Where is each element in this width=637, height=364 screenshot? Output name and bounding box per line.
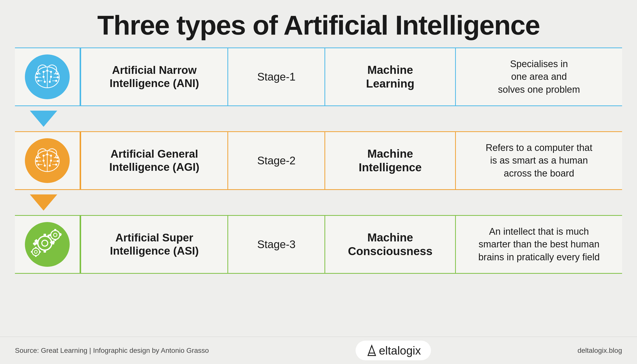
name-cell-agi: Artificial General Intelligence (AGI): [80, 132, 228, 189]
row-ani: Artificial Narrow Intelligence (ANI) Sta…: [15, 48, 622, 106]
stage-cell-agi: Stage-2: [228, 132, 325, 189]
desc-cell-ani: Specialises in one area and solves one p…: [456, 48, 622, 106]
ai-name-asi: Artificial Super Intelligence (ASI): [110, 231, 199, 258]
svg-point-40: [55, 164, 57, 166]
footer-source: Source: Great Learning | Infographic des…: [15, 346, 209, 354]
svg-rect-67: [54, 239, 56, 241]
name-cell-ani: Artificial Narrow Intelligence (ANI): [80, 48, 228, 106]
brain-circuit-icon: [30, 60, 65, 94]
arrow-down-agi: [30, 194, 57, 210]
icon-circle-ani: [25, 54, 70, 99]
svg-point-32: [36, 160, 38, 162]
page-wrapper: Three types of Artificial Intelligence: [0, 0, 637, 364]
icon-circle-agi: [25, 138, 70, 183]
content-area: Artificial Narrow Intelligence (ANI) Sta…: [0, 48, 637, 337]
svg-point-64: [51, 230, 60, 240]
stage-cell-ani: Stage-1: [228, 48, 325, 106]
gears-icon: [30, 227, 65, 262]
stage-ani: Stage-1: [257, 70, 296, 83]
desc-cell-asi: An intellect that is much smarter than t…: [456, 216, 622, 273]
type-agi: Machine Intelligence: [359, 147, 422, 174]
svg-point-30: [36, 157, 38, 159]
svg-point-38: [57, 160, 59, 162]
svg-rect-56: [44, 234, 46, 237]
desc-ani: Specialises in one area and solves one p…: [498, 58, 580, 96]
ai-name-agi: Artificial General Intelligence (AGI): [109, 148, 199, 174]
desc-cell-agi: Refers to a computer that is as smart as…: [456, 132, 622, 189]
name-cell-asi: Artificial Super Intelligence (ASI): [80, 216, 228, 273]
type-cell-agi: Machine Intelligence: [325, 132, 456, 189]
row-block-asi: Artificial Super Intelligence (ASI) Stag…: [15, 215, 622, 274]
footer-website: deltalogix.blog: [577, 346, 622, 354]
svg-rect-57: [44, 250, 46, 252]
stage-cell-asi: Stage-3: [228, 216, 325, 273]
svg-point-7: [37, 80, 39, 82]
arrow-spacer-1: [15, 106, 622, 131]
arrow-down-ani: [30, 111, 57, 127]
desc-agi: Refers to a computer that is as smart as…: [486, 142, 592, 180]
page-title: Three types of Artificial Intelligence: [0, 0, 637, 48]
type-asi: Machine Consciousness: [348, 231, 432, 258]
svg-point-5: [36, 76, 38, 78]
icon-cell-asi: [15, 216, 80, 273]
svg-point-36: [56, 157, 58, 159]
logo-oval: eltalogix: [356, 341, 431, 360]
type-ani: Machine Learning: [366, 63, 414, 90]
row-asi: Artificial Super Intelligence (ASI) Stag…: [15, 215, 622, 274]
brain-circuit-orange-icon: [30, 143, 65, 178]
icon-cell-agi: [15, 132, 80, 189]
type-cell-asi: Machine Consciousness: [325, 216, 456, 273]
arrow-spacer-2: [15, 190, 622, 215]
svg-point-13: [55, 80, 57, 82]
svg-point-9: [56, 73, 58, 75]
icon-circle-asi: [25, 222, 70, 267]
stage-agi: Stage-2: [257, 154, 296, 167]
svg-point-11: [57, 76, 59, 78]
svg-point-54: [38, 236, 52, 250]
stage-asi: Stage-3: [257, 238, 296, 250]
ai-name-ani: Artificial Narrow Intelligence (ANI): [110, 64, 199, 90]
svg-rect-75: [35, 255, 37, 257]
type-cell-ani: Machine Learning: [325, 48, 456, 106]
svg-point-55: [42, 240, 48, 246]
svg-point-73: [34, 250, 37, 253]
row-block-agi: Artificial General Intelligence (AGI) St…: [15, 131, 622, 215]
row-block-ani: Artificial Narrow Intelligence (ANI) Sta…: [15, 48, 622, 131]
svg-point-65: [54, 233, 57, 237]
svg-point-3: [36, 73, 38, 75]
footer-logo: eltalogix: [356, 341, 431, 360]
footer: Source: Great Learning | Infographic des…: [0, 337, 637, 364]
logo-text: eltalogix: [379, 344, 421, 357]
desc-asi: An intellect that is much smarter than t…: [478, 225, 600, 264]
row-agi: Artificial General Intelligence (AGI) St…: [15, 131, 622, 190]
delta-icon: [366, 344, 378, 357]
svg-rect-76: [39, 251, 41, 252]
svg-rect-66: [54, 229, 56, 231]
svg-point-72: [32, 248, 40, 256]
svg-rect-77: [31, 251, 33, 252]
svg-rect-74: [35, 247, 37, 249]
icon-cell-ani: [15, 48, 80, 106]
svg-point-34: [37, 164, 39, 166]
